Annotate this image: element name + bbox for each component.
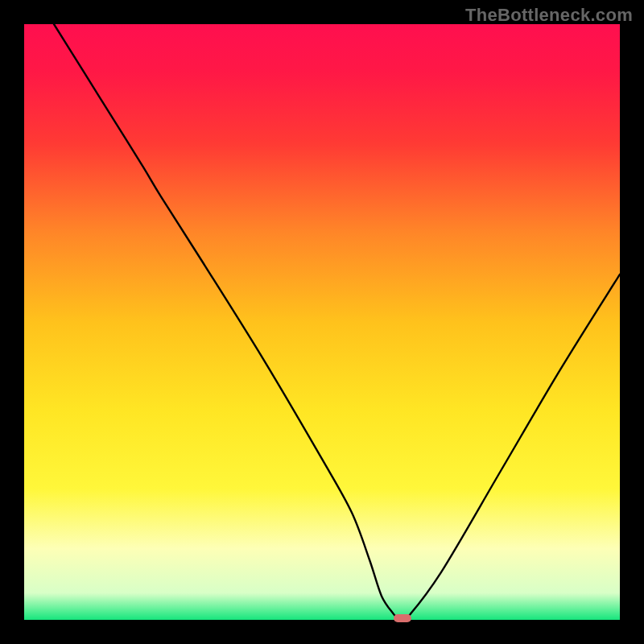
watermark-text: TheBottleneck.com bbox=[465, 5, 633, 26]
optimal-point-marker bbox=[394, 614, 411, 622]
plot-area bbox=[24, 24, 620, 620]
gradient-background bbox=[24, 24, 620, 620]
chart-frame: TheBottleneck.com bbox=[0, 0, 644, 644]
plot-svg bbox=[24, 24, 620, 620]
